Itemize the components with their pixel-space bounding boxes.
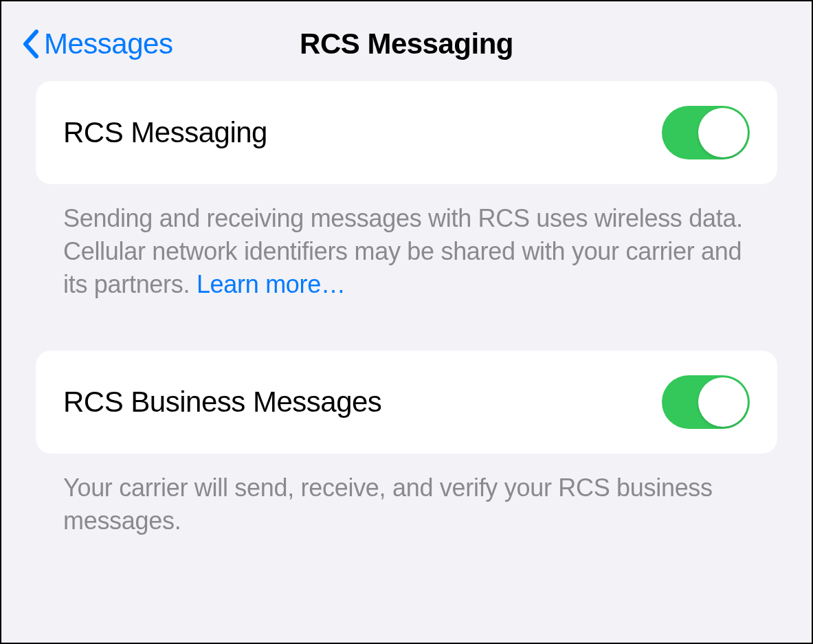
rcs-business-section: RCS Business Messages Your carrier will … [36,351,777,537]
rcs-messaging-label: RCS Messaging [63,116,267,149]
back-label: Messages [44,27,172,60]
rcs-messaging-row[interactable]: RCS Messaging [36,81,777,184]
toggle-knob [698,377,748,427]
toggle-knob [698,108,748,157]
footer-text-content: Sending and receiving messages with RCS … [63,204,743,298]
back-button[interactable]: Messages [22,27,172,60]
footer-text-content: Your carrier will send, receive, and ver… [63,474,713,535]
rcs-business-row[interactable]: RCS Business Messages [36,351,777,454]
rcs-messaging-section: RCS Messaging Sending and receiving mess… [36,81,777,301]
rcs-business-footer: Your carrier will send, receive, and ver… [36,454,777,537]
settings-screen: Messages RCS Messaging RCS Messaging Sen… [1,1,812,643]
rcs-business-label: RCS Business Messages [63,386,381,419]
page-title: RCS Messaging [300,27,513,60]
learn-more-link[interactable]: Learn more… [197,270,346,298]
header: Messages RCS Messaging [1,1,812,81]
rcs-messaging-footer: Sending and receiving messages with RCS … [36,184,777,301]
rcs-messaging-toggle[interactable] [662,106,750,159]
rcs-business-toggle[interactable] [662,375,750,429]
chevron-left-icon [22,30,38,58]
